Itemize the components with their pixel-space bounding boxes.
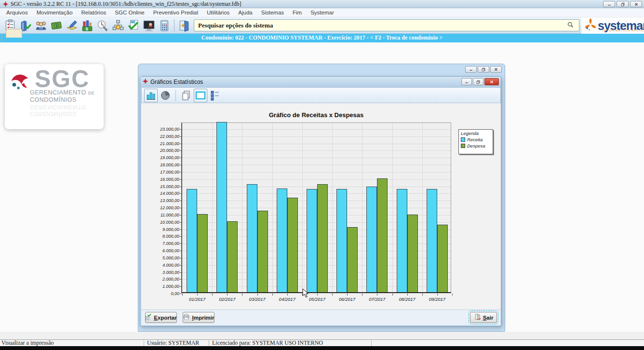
bar-receita-03/2017 <box>247 184 257 292</box>
calculator-icon[interactable] <box>157 18 172 33</box>
systemar-brand: systemar INFORMÁTICA APLICADA <box>581 17 644 34</box>
chart-legend: Legenda Receita Despesa <box>458 129 493 154</box>
sgc-reflection: CONDOMÍNIOS GERENCIAMENTO <box>30 104 86 117</box>
menu-utilitários[interactable]: Utilitários <box>202 9 234 16</box>
x-axis-label: 03/2017 <box>242 296 272 302</box>
y-tick-label: 22.000,00 <box>146 134 179 139</box>
finance-building-icon[interactable]: $ <box>80 18 94 33</box>
x-tick-mark <box>422 294 423 296</box>
window-title: SGC - versão 3.2.2 RC 11 - [192.168.0.10… <box>11 0 242 8</box>
exit-button[interactable]: Sair <box>470 312 497 323</box>
menu-preventivo-predial[interactable]: Preventivo Predial <box>149 9 202 16</box>
print-button[interactable]: Imprimir <box>183 312 215 323</box>
menubar: ArquivosMovimentaçãoRelatóriosSGC Online… <box>0 8 644 17</box>
exit-door-icon[interactable] <box>177 18 191 33</box>
menu-arquivos[interactable]: Arquivos <box>2 9 32 16</box>
y-tick-mark <box>180 258 182 258</box>
chart-minimize-button[interactable] <box>461 78 472 85</box>
sgc-subtitle-1: GERENCIAMENTO DE <box>30 89 94 96</box>
chart-restore-button[interactable] <box>473 78 483 85</box>
x-tick-mark <box>182 294 183 296</box>
bar-chart-icon-button[interactable] <box>144 89 158 102</box>
y-tick-mark <box>180 165 182 165</box>
menu-ajuda[interactable]: Ajuda <box>234 9 256 16</box>
y-tick-mark <box>180 265 182 266</box>
x-axis-label: 02/2017 <box>212 296 242 302</box>
app-plane-icon <box>2 1 9 7</box>
copy-icon-button[interactable] <box>179 89 193 102</box>
chart-window-titlebar[interactable]: Gráficos Estatísticos <box>140 77 501 87</box>
bar-receita-01/2017 <box>187 189 197 292</box>
legend-item-receita: Receita <box>461 137 491 142</box>
menu-relatórios[interactable]: Relatórios <box>77 9 111 16</box>
bar-receita-09/2017 <box>427 189 437 292</box>
minimize-button[interactable] <box>603 1 615 7</box>
y-tick-mark <box>180 136 182 137</box>
gridline-v <box>242 123 242 292</box>
black-bottom-bar <box>0 346 644 350</box>
systemar-logo-icon <box>583 17 598 34</box>
y-tick-label: 13.000,00 <box>146 198 179 203</box>
lower-strip <box>0 332 644 339</box>
bar-receita-08/2017 <box>397 189 407 292</box>
y-tick-mark <box>180 179 182 180</box>
legend-list-icon-button[interactable] <box>208 89 222 102</box>
y-tick-mark <box>180 272 182 273</box>
y-tick-mark <box>180 172 182 173</box>
gridline-v <box>422 123 423 292</box>
org-structure-icon[interactable] <box>111 18 125 33</box>
mdi-minimize-button[interactable] <box>465 66 477 73</box>
x-tick-mark <box>257 294 258 296</box>
time-tools-icon[interactable] <box>95 18 110 33</box>
txt-check-icon[interactable]: TXT <box>126 18 141 33</box>
mdi-restore-button[interactable] <box>478 66 489 73</box>
pie-chart-icon-button[interactable] <box>159 89 172 102</box>
chart-content: Gráfico de Receitas x Despesas 0,001.000… <box>141 103 501 310</box>
rectangle-icon-button[interactable] <box>194 89 207 102</box>
y-tick-mark <box>180 236 182 237</box>
export-button[interactable]: Exportar <box>145 312 177 323</box>
x-tick-mark <box>287 294 288 296</box>
menu-systemar[interactable]: Systemar <box>306 9 338 16</box>
search-input[interactable] <box>194 19 579 31</box>
remote-desktop-icon[interactable] <box>142 18 156 33</box>
writing-tools-icon[interactable] <box>65 18 79 33</box>
chart-close-button[interactable] <box>484 78 499 85</box>
x-tick-mark <box>347 294 348 296</box>
x-axis-label: 09/2017 <box>422 296 452 302</box>
x-tick-mark <box>362 294 362 296</box>
restore-button[interactable] <box>617 1 629 7</box>
chart-toolbar <box>141 87 501 103</box>
y-tick-label: 5.000,00 <box>146 256 179 260</box>
y-tick-label: 14.000,00 <box>146 191 179 196</box>
search-icon[interactable] <box>567 21 574 30</box>
y-tick-label: 7.000,00 <box>146 241 179 246</box>
receita-swatch <box>461 137 465 142</box>
x-tick-mark <box>407 294 408 296</box>
export-icon <box>145 314 152 322</box>
chart-toolbar-separator <box>175 90 176 101</box>
status-bar: Visualizar a impressão Usuário: SYSTEMAR… <box>0 339 644 346</box>
mdi-close-button[interactable] <box>490 66 502 73</box>
y-tick-mark <box>180 215 182 215</box>
y-tick-label: 17.000,00 <box>146 170 179 175</box>
people-icon[interactable] <box>34 18 48 33</box>
money-ledger-icon[interactable]: $ <box>49 18 64 33</box>
y-tick-mark <box>180 201 182 201</box>
close-button[interactable] <box>630 1 642 7</box>
condo-bar: Condomínio: 022 - CONDOMINIO SYSTEMAR - … <box>0 34 644 42</box>
menu-sgc-online[interactable]: SGC Online <box>110 9 148 16</box>
menu-movimentação[interactable]: Movimentação <box>32 9 77 16</box>
y-tick-label: 8.000,00 <box>146 234 179 239</box>
menu-fim[interactable]: Fim <box>288 9 306 16</box>
y-tick-label: 16.000,00 <box>146 177 179 182</box>
gridline-v <box>302 123 303 292</box>
x-tick-mark <box>452 294 453 296</box>
y-tick-label: 21.000,00 <box>146 141 179 146</box>
y-tick-mark <box>180 193 182 194</box>
sgc-subtitle-2: CONDOMÍNIOS <box>30 96 76 103</box>
x-tick-mark <box>377 294 377 296</box>
menu-sistemas[interactable]: Sistemas <box>257 9 288 16</box>
x-tick-mark <box>197 294 198 296</box>
y-tick-label: 12.000,00 <box>146 205 179 210</box>
